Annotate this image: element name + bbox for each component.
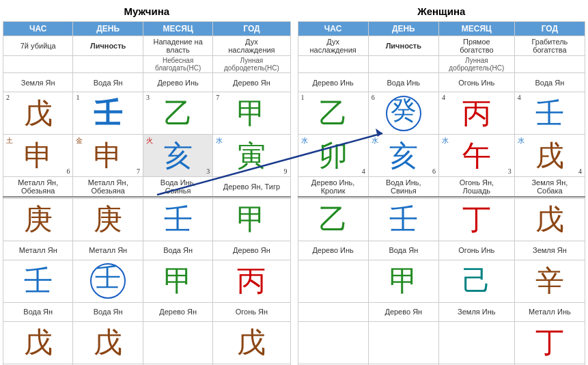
left-luck-branch2-0: 戊 (3, 321, 73, 364)
left-table: ЧАС ДЕНЬ МЕСЯЦ ГОД 7й убийца Личность На… (3, 21, 291, 365)
right-lbl2-1 (368, 56, 438, 73)
right-branch-3-char: 戌 (516, 141, 584, 170)
left-stem-0-char: 戊 (4, 99, 72, 128)
right-luck-stem-2-char: 丁 (440, 205, 514, 234)
right-lbl1-2: Прямоебогатство (438, 36, 514, 56)
right-elem-0: Дерево Инь (298, 73, 368, 92)
left-luck-branch-1-circle: 壬 (90, 263, 126, 299)
right-lbl-b-2: Земля Инь (438, 302, 514, 321)
left-branch-2: 火 亥 3 (143, 135, 212, 177)
left-branch-1-br: 7 (137, 167, 140, 175)
left-branch-3-br: 9 (284, 167, 288, 175)
left-luck-stem-1: 庚 (73, 198, 143, 241)
right-stem-1-circle: 癸 (386, 96, 421, 131)
right-luck-branches2-row: 丁 (298, 321, 585, 364)
right-section: Женщина ЧАС ДЕНЬ МЕСЯЦ ГОД Духнаслаждени… (298, 5, 586, 365)
left-branch-0: 土 申 6 (3, 135, 73, 177)
right-luck-stem-2: 丁 (438, 198, 514, 241)
right-stem-3-char: 壬 (516, 99, 584, 128)
left-lsl-1: Металл Ян (73, 241, 143, 260)
left-branch-1-tl: 金 (76, 136, 83, 146)
right-blbl-2: Огонь Ян,Лошадь (438, 177, 514, 198)
right-luck-branch-0 (298, 260, 368, 302)
left-elem-1: Вода Ян (73, 73, 143, 92)
right-stem-2: 4 丙 (438, 92, 514, 135)
right-luck-branch2-2 (438, 321, 514, 364)
left-luck-branch-0: 壬 (3, 260, 73, 302)
left-lbl1-0: 7й убийца (3, 36, 73, 56)
right-stem-2-char: 丙 (440, 99, 514, 128)
right-lbl2-0 (298, 56, 368, 73)
right-stem-3: 4 壬 (514, 92, 585, 135)
left-lbl2-2: Небеснаяблагодать(НС) (143, 56, 212, 73)
left-lbl-b-2: Дерево Ян (143, 302, 212, 321)
left-col-month: МЕСЯЦ (143, 22, 212, 36)
right-lsl-0: Дерево Инь (298, 241, 368, 260)
right-header-row: ЧАС ДЕНЬ МЕСЯЦ ГОД (298, 22, 585, 36)
right-lsl-1: Вода Ян (368, 241, 438, 260)
left-lbl2-3: Луннаядобродетель(НС) (213, 56, 290, 73)
right-branch-0-char: 卯 (299, 141, 367, 170)
left-branch-1: 金 申 7 (73, 135, 143, 177)
left-blbl-0: Металл Ян,Обезьяна (3, 177, 73, 198)
left-luck-branch2-2 (143, 321, 212, 364)
right-luck-stem-3-char: 戊 (516, 205, 584, 234)
left-branch-0-char: 申 (4, 141, 72, 170)
right-luck-stems-row: 乙 壬 丁 戊 (298, 198, 585, 241)
right-branch-1-br: 6 (432, 167, 436, 175)
left-luck-branch2-3-char: 戊 (214, 328, 289, 357)
right-branch-3-br: 4 (578, 167, 582, 175)
right-elem-1: Вода Инь (368, 73, 438, 92)
right-branch-1: 水 亥 6 (368, 135, 438, 177)
left-stem-1-tl: 1 (76, 94, 79, 101)
left-stem-0-tl: 2 (6, 94, 10, 101)
left-lbl1-3: Духнаслаждения (213, 36, 290, 56)
right-luck-branch-1: 甲 (368, 260, 438, 302)
left-luck-stem-labels: Металл Ян Металл Ян Вода Ян Дерево Ян (3, 241, 291, 260)
left-blbl-3: Дерево Ян, Тигр (213, 177, 290, 198)
right-luck-branch2-3-char: 丁 (516, 328, 584, 357)
left-lbl1-2: Нападение навласть (143, 36, 212, 56)
right-lbl1-0: Духнаслаждения (298, 36, 368, 56)
right-stem-1-char: 癸 (387, 97, 420, 123)
right-luck-branch2-1 (368, 321, 438, 364)
right-table: ЧАС ДЕНЬ МЕСЯЦ ГОД Духнаслаждения Личнос… (298, 21, 586, 365)
right-luck-branch-2-char: 己 (440, 267, 514, 295)
left-stem-2: 3 乙 (143, 92, 212, 135)
left-title: Мужчина (3, 5, 291, 17)
left-luck-stem-3: 甲 (213, 198, 290, 241)
left-label-row1: 7й убийца Личность Нападение навласть Ду… (3, 36, 291, 56)
left-stem-0: 2 戊 (3, 92, 73, 135)
right-lbl1-1: Личность (368, 36, 438, 56)
left-stem-3: 7 甲 (213, 92, 290, 135)
left-header-row: ЧАС ДЕНЬ МЕСЯЦ ГОД (3, 22, 291, 36)
left-lsl-2: Вода Ян (143, 241, 212, 260)
right-lsl-3: Земля Ян (514, 241, 585, 260)
left-stem-3-char: 甲 (214, 99, 289, 128)
left-luck-stem-2: 壬 (143, 198, 212, 241)
left-luck-stem-0: 庚 (3, 198, 73, 241)
left-branch-0-br: 6 (66, 167, 70, 175)
left-stems-row: 2 戊 1 壬 3 乙 7 甲 (3, 92, 291, 135)
right-blbl-0: Дерево Инь,Кролик (298, 177, 368, 198)
right-branch-0: 水 卯 4 (298, 135, 368, 177)
left-blbl-2: Вода Инь,Свинья (143, 177, 212, 198)
left-luck-stem-0-char: 庚 (4, 205, 72, 234)
left-branch-3: 水 寅 9 (213, 135, 290, 177)
left-luck-branch2-0-char: 戊 (4, 328, 72, 357)
right-label-row1: Духнаслаждения Личность Прямоебогатство … (298, 36, 585, 56)
left-stem-1-char: 壬 (74, 99, 141, 128)
right-stem-0-tl: 1 (301, 94, 305, 101)
right-stem-3-tl: 4 (518, 94, 521, 101)
right-luck-stem-0-char: 乙 (299, 205, 367, 234)
left-lsl-3: Дерево Ян (213, 241, 290, 260)
right-luck-branch-labels: Дерево Ян Земля Инь Металл Инь (298, 302, 585, 321)
right-branch-0-br: 4 (362, 167, 365, 175)
right-branch-label-row: Дерево Инь,Кролик Вода Инь,Свинья Огонь … (298, 177, 585, 198)
left-luck-branch-1-char: 壬 (92, 265, 124, 290)
right-elem-row: Дерево Инь Вода Инь Огонь Инь Вода Ян (298, 73, 585, 92)
left-lbl2-0 (3, 56, 73, 73)
right-luck-branches-row: 甲 己 辛 (298, 260, 585, 302)
left-luck-branch-2-char: 甲 (144, 267, 212, 295)
right-luck-stem-0: 乙 (298, 198, 368, 241)
